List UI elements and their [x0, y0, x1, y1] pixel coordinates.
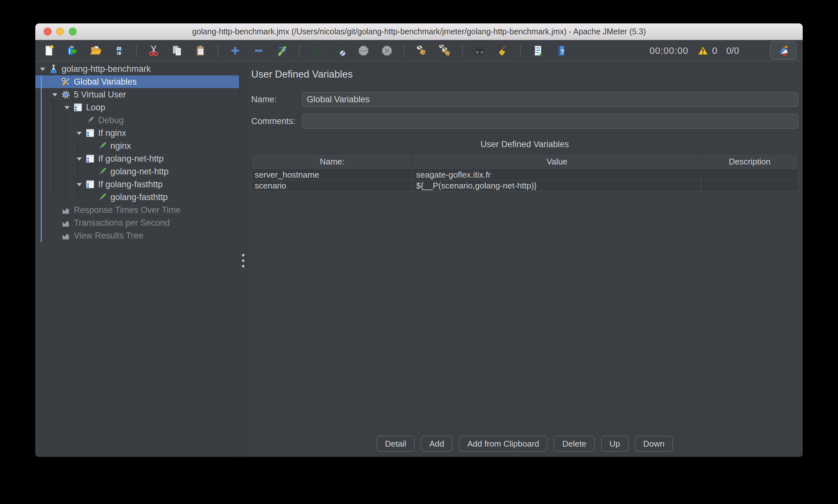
listener-icon [60, 230, 71, 241]
collapse-all-button[interactable] [252, 43, 265, 58]
new-file-button[interactable] [42, 43, 55, 58]
shutdown-button[interactable] [381, 43, 393, 58]
toolbar-separator [520, 44, 521, 57]
splitter-grip-icon[interactable] [242, 254, 244, 267]
down-button[interactable]: Down [635, 436, 673, 451]
tree-node-label: nginx [110, 140, 131, 152]
variable-cell[interactable] [701, 169, 798, 180]
sampler-icon [97, 166, 108, 177]
variable-cell[interactable]: seagate-goflex.itix.fr [413, 169, 701, 180]
titlebar: golang-http-benchmark.jmx (/Users/nicola… [35, 23, 803, 40]
open-folder-icon [89, 44, 102, 57]
expand-plus-icon [229, 44, 241, 57]
toolbar: 00:00:00 0 0/0 [35, 40, 803, 61]
tree-node-response-times-over-time[interactable]: Response Times Over Time [35, 203, 239, 216]
column-header[interactable]: Value [413, 154, 701, 169]
tree-node-golang-net-http[interactable]: golang-net-http [35, 165, 239, 178]
delete-button[interactable]: Delete [554, 436, 594, 451]
search-reset-button[interactable] [496, 43, 509, 58]
detail-button[interactable]: Detail [377, 436, 415, 451]
variables-table: Name:ValueDescription server_hostnamesea… [251, 154, 798, 192]
cut-scissors-icon [147, 44, 160, 57]
remote-globe-icon [748, 44, 761, 57]
toolbar-separator [217, 44, 218, 57]
panel-splitter[interactable] [239, 61, 247, 457]
search-button[interactable] [473, 43, 486, 58]
tree-node-view-results-tree[interactable]: View Results Tree [35, 229, 239, 242]
clear-all-brooms-icon [439, 44, 451, 57]
help-button[interactable] [555, 43, 568, 58]
toggle-button[interactable] [276, 43, 289, 58]
zoom-window-button[interactable] [69, 28, 77, 36]
expand-collapse-arrow-icon[interactable] [75, 152, 83, 165]
tree-node-nginx[interactable]: nginx [35, 140, 239, 152]
column-header[interactable]: Name: [251, 154, 413, 169]
comments-input[interactable] [302, 114, 798, 129]
stop-octagon-icon [357, 44, 370, 57]
testplan-icon [48, 64, 59, 74]
minimize-window-button[interactable] [56, 28, 64, 36]
toolbar-status-cluster: 00:00:00 0 0/0 [650, 42, 803, 60]
close-window-button[interactable] [43, 28, 52, 36]
cut-button[interactable] [147, 43, 160, 58]
tree-node-debug[interactable]: Debug [35, 114, 239, 127]
column-header[interactable]: Description [701, 154, 798, 169]
expand-collapse-arrow-icon[interactable] [75, 178, 83, 191]
variables-table-caption: User Defined Variables [251, 140, 798, 149]
stop-button[interactable] [357, 43, 370, 58]
expand-collapse-arrow-icon[interactable] [75, 127, 83, 140]
listener-icon [60, 204, 71, 215]
variable-cell[interactable] [701, 180, 798, 192]
expand-collapse-arrow-icon[interactable] [38, 62, 47, 75]
tree-node-label: golang-http-benchmark [62, 62, 151, 75]
expand-all-button[interactable] [229, 43, 242, 58]
clear-button[interactable] [415, 43, 428, 58]
add-from-clipboard-button[interactable]: Add from Clipboard [459, 436, 547, 451]
tree-selection-guide-line [41, 75, 42, 242]
tree-node-golang-fasthttp[interactable]: golang-fasthttp [35, 191, 239, 203]
templates-button[interactable] [66, 43, 78, 58]
paste-button[interactable] [194, 43, 207, 58]
variable-cell[interactable]: scenario [251, 180, 413, 192]
name-label: Name: [251, 94, 302, 105]
tree-node-loop[interactable]: Loop [35, 101, 239, 114]
jmeter-logo-button[interactable] [770, 42, 796, 60]
variable-cell[interactable]: ${__P(scenario,golang-net-http)} [413, 180, 701, 192]
tree-node-if-golang-fasthttp[interactable]: If golang-fasthttp [35, 178, 239, 191]
name-input[interactable] [302, 92, 798, 107]
save-button[interactable] [112, 43, 125, 58]
tree-node-if-nginx[interactable]: If nginx [35, 127, 239, 140]
up-button[interactable]: Up [601, 436, 629, 451]
page-title: User Defined Variables [251, 69, 798, 80]
start-button[interactable] [310, 43, 323, 58]
search-reset-broom-icon [497, 44, 509, 57]
start-no-timers-button[interactable] [334, 43, 347, 58]
tree-node-transactions-per-second[interactable]: Transactions per Second [35, 216, 239, 229]
search-binoculars-icon [473, 44, 486, 57]
function-helper-button[interactable] [531, 43, 544, 58]
expand-collapse-arrow-icon[interactable] [51, 88, 59, 101]
clear-all-button[interactable] [439, 43, 451, 58]
tree-node-label: If golang-net-http [98, 152, 163, 165]
log-warning-indicator[interactable]: 0 [697, 45, 717, 56]
tree-node-label: Global Variables [74, 75, 137, 88]
tree-node-label: golang-net-http [110, 165, 169, 178]
add-button[interactable]: Add [421, 436, 452, 451]
jmeter-window: golang-http-benchmark.jmx (/Users/nicola… [35, 23, 803, 457]
tree-node-global-variables[interactable]: Global Variables [35, 75, 239, 88]
copy-icon [171, 44, 183, 57]
tree-node-label: Response Times Over Time [74, 203, 181, 216]
tree-node-5-virtual-user[interactable]: 5 Virtual User [35, 88, 239, 101]
tree-node-label: If golang-fasthttp [98, 178, 163, 191]
tree-node-golang-http-benchmark[interactable]: golang-http-benchmark [35, 62, 239, 75]
variable-cell[interactable]: server_hostname [251, 169, 413, 180]
toolbar-separator [462, 44, 462, 57]
copy-button[interactable] [171, 43, 184, 58]
collapse-minus-icon [252, 44, 265, 57]
expand-collapse-arrow-icon[interactable] [63, 101, 71, 114]
remote-status-button[interactable] [748, 43, 761, 58]
open-file-button[interactable] [89, 43, 102, 58]
toolbar-separator [299, 44, 300, 57]
tree-node-if-golang-net-http[interactable]: If golang-net-http [35, 152, 239, 165]
variables-icon [60, 76, 71, 87]
